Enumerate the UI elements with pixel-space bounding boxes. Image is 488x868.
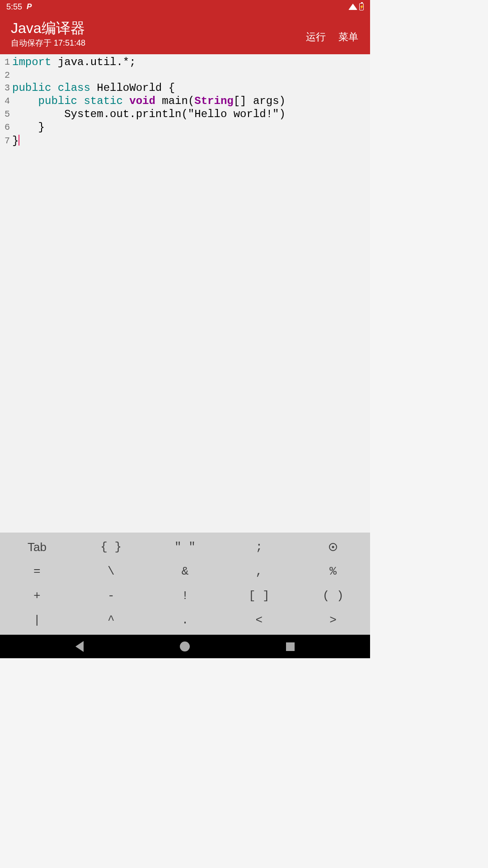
run-button[interactable]: 运行 — [306, 24, 326, 44]
nav-recent-button[interactable] — [286, 642, 295, 651]
line-content[interactable]: public class HelloWorld { — [10, 81, 175, 94]
line-number: 1 — [0, 56, 10, 69]
line-content[interactable]: System.out.println("Hello world!") — [10, 108, 286, 121]
status-right: ⚡ — [348, 3, 364, 10]
line-content[interactable]: public static void main(String[] args) — [10, 94, 286, 108]
line-content[interactable]: import java.util.*; — [10, 56, 136, 69]
nav-home-button[interactable] — [180, 642, 190, 651]
line-content[interactable]: } — [10, 134, 19, 147]
symbol-key[interactable]: | — [0, 608, 74, 632]
code-line[interactable]: 5 System.out.println("Hello world!") — [0, 108, 370, 121]
symbol-key[interactable]: . — [148, 608, 222, 632]
symbol-key[interactable]: \ — [74, 559, 148, 584]
wifi-icon — [348, 4, 357, 10]
symbol-row: =\&,% — [0, 559, 370, 584]
symbol-key-target[interactable] — [296, 535, 370, 559]
code-line[interactable]: 6 } — [0, 121, 370, 134]
battery-icon: ⚡ — [359, 3, 364, 10]
symbol-key[interactable]: > — [296, 608, 370, 632]
code-editor[interactable]: 1import java.util.*;23public class Hello… — [0, 54, 370, 533]
symbol-row: Tab{ }" "; — [0, 535, 370, 559]
line-content[interactable] — [10, 69, 12, 81]
line-number: 3 — [0, 81, 10, 94]
android-nav-bar — [0, 635, 370, 658]
nav-back-button[interactable] — [75, 641, 84, 652]
code-line[interactable]: 4 public static void main(String[] args) — [0, 94, 370, 108]
app-bar-actions: 运行 菜单 — [306, 24, 363, 44]
line-number: 2 — [0, 69, 10, 81]
symbol-key[interactable]: & — [148, 559, 222, 584]
symbol-key[interactable]: ; — [222, 535, 296, 559]
status-bar: 5:55 P ⚡ — [0, 0, 370, 14]
app-bar-left: Java编译器 自动保存于 17:51:48 — [11, 19, 85, 48]
symbol-key[interactable]: , — [222, 559, 296, 584]
status-time: 5:55 — [6, 2, 22, 12]
symbol-key[interactable]: % — [296, 559, 370, 584]
symbol-key[interactable]: = — [0, 559, 74, 584]
line-content[interactable]: } — [10, 121, 45, 134]
line-number: 7 — [0, 134, 10, 147]
line-number: 6 — [0, 121, 10, 134]
line-number: 4 — [0, 94, 10, 108]
symbol-toolbar: Tab{ }" ";=\&,%+-![ ]( )|^.<> — [0, 533, 370, 635]
menu-button[interactable]: 菜单 — [338, 24, 358, 44]
symbol-key[interactable]: ! — [148, 584, 222, 608]
target-icon — [329, 543, 337, 551]
autosave-label: 自动保存于 17:51:48 — [11, 38, 85, 48]
symbol-key[interactable]: + — [0, 584, 74, 608]
symbol-row: +-![ ]( ) — [0, 584, 370, 608]
status-left: 5:55 P — [6, 2, 32, 12]
symbol-key[interactable]: ^ — [74, 608, 148, 632]
code-line[interactable]: 1import java.util.*; — [0, 56, 370, 69]
app-bar: Java编译器 自动保存于 17:51:48 运行 菜单 — [0, 14, 370, 54]
symbol-key-tab[interactable]: Tab — [0, 535, 74, 559]
status-app-indicator: P — [27, 2, 32, 11]
symbol-key[interactable]: - — [74, 584, 148, 608]
symbol-key[interactable]: " " — [148, 535, 222, 559]
symbol-key[interactable]: ( ) — [296, 584, 370, 608]
symbol-key[interactable]: [ ] — [222, 584, 296, 608]
app-title: Java编译器 — [11, 19, 85, 37]
text-cursor — [19, 135, 19, 146]
symbol-row: |^.<> — [0, 608, 370, 632]
code-line[interactable]: 7} — [0, 134, 370, 147]
code-line[interactable]: 3public class HelloWorld { — [0, 81, 370, 94]
line-number: 5 — [0, 108, 10, 121]
symbol-key[interactable]: { } — [74, 535, 148, 559]
code-line[interactable]: 2 — [0, 69, 370, 81]
symbol-key[interactable]: < — [222, 608, 296, 632]
